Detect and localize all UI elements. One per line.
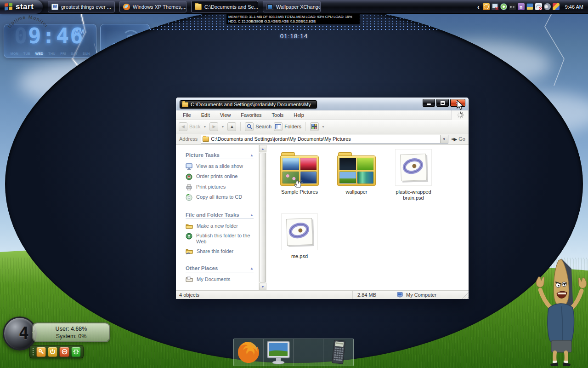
go-arrows-icon: ••▶ <box>452 137 457 142</box>
title-bar[interactable]: C:\Documents and Settings\jordan\My Docu… <box>176 98 469 110</box>
views-dropdown-icon[interactable]: ▼ <box>322 125 325 128</box>
forward-dropdown-icon[interactable]: ▼ <box>221 125 224 128</box>
folder-thumbnail-icon <box>337 155 376 186</box>
maximize-icon <box>441 101 445 105</box>
shutdown-button[interactable] <box>59 347 69 357</box>
back-button[interactable]: ◀ Back ▼ <box>179 122 207 131</box>
toolbar-separator <box>240 122 241 131</box>
taskbar-item-explorer[interactable]: C:\Documents and Se... <box>191 1 258 12</box>
cpu-user-stat: User: 4.68% <box>38 325 105 333</box>
restart-button[interactable] <box>71 347 81 357</box>
minimize-button[interactable] <box>423 99 435 107</box>
power-icon <box>50 349 56 355</box>
folders-button[interactable]: Folders <box>274 122 301 131</box>
sidebar-scrollbar[interactable]: ▲ ▼ <box>259 145 266 290</box>
lock-button[interactable] <box>36 347 46 357</box>
toolbar: ◀ Back ▼ ▶ ▼ ▲ Search <box>176 120 469 133</box>
folders-pane-icon <box>275 124 281 129</box>
resize-grip[interactable] <box>462 291 469 299</box>
standby-button[interactable] <box>48 347 57 357</box>
menu-favorites[interactable]: Favorites <box>236 112 266 118</box>
file-item-wallpaper[interactable]: wallpaper <box>328 147 385 212</box>
dock-item-empty[interactable] <box>294 339 323 366</box>
dock-item-calculator[interactable] <box>323 339 353 366</box>
monitor-icon <box>265 340 292 365</box>
section-header[interactable]: File and Folder Tasks ▲ <box>186 212 254 219</box>
menu-edit[interactable]: Edit <box>196 112 215 118</box>
maximize-button[interactable] <box>436 99 449 107</box>
taskbar-item-firefox[interactable]: Windows XP Themes,... <box>119 1 187 12</box>
norton-icon[interactable]: n <box>518 3 525 10</box>
forward-button[interactable]: ▶ ▼ <box>209 122 225 131</box>
menu-tools[interactable]: Tools <box>267 112 289 118</box>
up-button[interactable]: ▲ <box>227 122 236 131</box>
file-item-plastic-wrapped-brain[interactable]: plastic-wrapped brain.psd <box>385 147 442 212</box>
drag-handle[interactable] <box>32 348 34 356</box>
section-picture-tasks: Picture Tasks ▲ View as a slide show <box>186 152 259 201</box>
status-bar: 4 objects 2.84 MB My Computer <box>176 290 469 299</box>
collapse-icon[interactable]: ▲ <box>250 213 254 217</box>
sidebar-item-order-prints[interactable]: Order prints online <box>186 173 257 180</box>
sidebar-item-slideshow[interactable]: View as a slide show <box>186 163 257 170</box>
slideshow-icon <box>186 163 192 170</box>
sidebar-item-print-pictures[interactable]: Print pictures <box>186 184 257 190</box>
wireless-disconnected-icon[interactable]: ✕ <box>535 3 542 10</box>
dock-item-firefox[interactable] <box>234 339 264 366</box>
application-dock <box>233 339 354 366</box>
forward-arrow-icon: ▶ <box>212 124 215 129</box>
start-label: start <box>16 2 34 12</box>
tray-clock-icon[interactable] <box>483 3 490 10</box>
taskbar-item-word[interactable]: W greatest things ever ... <box>48 1 115 12</box>
volume-icon[interactable] <box>544 3 551 10</box>
sidebar-item-share-folder[interactable]: Share this folder <box>186 248 257 254</box>
taskbar-item-wallpaper-xchange[interactable]: Wallpaper XChange <box>263 1 321 12</box>
search-button[interactable]: Search <box>245 122 271 131</box>
tray-collapse-chevron-icon[interactable]: ‹ <box>477 3 480 11</box>
menu-file[interactable]: File <box>178 112 196 118</box>
my-documents-icon <box>186 276 193 282</box>
busy-throbber <box>451 110 469 120</box>
dock-item-display[interactable] <box>264 339 294 366</box>
sidebar-item-copy-to-cd[interactable]: Copy all items to CD <box>186 194 257 201</box>
cd-burn-icon <box>186 194 192 201</box>
graphics-app-icon[interactable] <box>553 3 560 10</box>
search-icon <box>247 124 252 129</box>
sidebar-item-publish-web[interactable]: Publish this folder to the Web <box>186 233 257 245</box>
go-button[interactable]: ••▶ Go <box>452 136 465 142</box>
menu-help[interactable]: Help <box>288 112 309 118</box>
section-header[interactable]: Other Places ▲ <box>186 265 254 272</box>
order-prints-icon <box>186 173 192 180</box>
menu-view[interactable]: View <box>215 112 236 118</box>
firefox-icon <box>236 340 261 365</box>
cd-burner-icon[interactable] <box>500 3 507 10</box>
printer-icon <box>186 184 192 190</box>
section-header[interactable]: Picture Tasks ▲ <box>186 152 254 159</box>
capture-tool-icon[interactable] <box>509 3 516 10</box>
spinner-icon <box>457 111 464 119</box>
network-disconnected-icon[interactable]: ✕ <box>492 3 498 10</box>
address-input[interactable]: C:\Documents and Settings\jordan\My Docu… <box>201 135 448 144</box>
tray-clock[interactable]: 9:46 AM <box>565 4 583 10</box>
sidebar-item-my-documents[interactable]: My Documents <box>186 276 257 282</box>
beavis-cornholio-figure <box>535 257 588 367</box>
address-dropdown-button[interactable]: ▼ <box>440 135 448 143</box>
scrollbar-thumb[interactable] <box>260 153 266 282</box>
scroll-down-button[interactable]: ▼ <box>259 283 266 290</box>
section-file-folder-tasks: File and Folder Tasks ▲ Make a new folde… <box>186 212 259 254</box>
menu-bar: File Edit View Favorites Tools Help <box>176 110 469 120</box>
back-dropdown-icon[interactable]: ▼ <box>203 125 206 128</box>
views-button[interactable]: ▼ <box>310 122 326 131</box>
word-document-icon: W <box>51 4 58 10</box>
start-button[interactable]: start <box>0 0 43 14</box>
collapse-icon[interactable]: ▲ <box>250 266 254 270</box>
scroll-up-button[interactable]: ▲ <box>259 145 266 152</box>
display-settings-icon[interactable] <box>526 3 533 10</box>
collapse-icon[interactable]: ▲ <box>250 153 254 157</box>
system-tray: ‹ ✕ n ✕ 9:46 AM <box>477 3 588 11</box>
address-bar: Address C:\Documents and Settings\jordan… <box>176 133 469 145</box>
explorer-window: C:\Documents and Settings\jordan\My Docu… <box>176 98 469 299</box>
toolbar-separator <box>305 122 306 131</box>
file-item-me-psd[interactable]: me.psd <box>271 212 328 276</box>
sidebar-item-new-folder[interactable]: Make a new folder <box>186 223 257 229</box>
publish-web-icon <box>186 233 192 240</box>
